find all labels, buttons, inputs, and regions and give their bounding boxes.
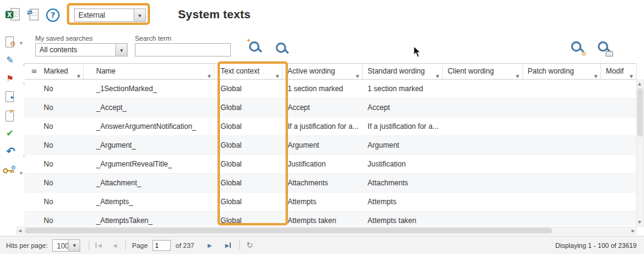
scroll-up-icon[interactable]: ▲ [638, 81, 641, 86]
next-page-button[interactable]: ▶ [208, 242, 212, 249]
first-page-button[interactable]: ◀ [95, 242, 101, 249]
hits-per-page-dropdown[interactable]: 100 ▼ [52, 239, 80, 252]
table-body: No_1SectionMarked_Global1 section marked… [24, 80, 637, 225]
cell-name: _Accept_ [84, 98, 214, 117]
flag-button[interactable]: ⚑ ▼ [2, 72, 27, 86]
view-selector-dropdown[interactable]: External ▼ [74, 9, 146, 22]
cell-name: _ArgumentRevealTitle_ [84, 155, 214, 173]
saved-searches-dropdown[interactable]: All contents ▼ [35, 43, 128, 57]
previous-page-icon: ◀ [112, 242, 117, 249]
cell-active: Accept [283, 98, 363, 117]
column-filter-arrow-icon[interactable]: ▼ [276, 69, 279, 79]
copy-document-button[interactable]: ▸ [2, 90, 23, 105]
scroll-down-icon[interactable]: ▼ [638, 220, 641, 225]
horizontal-scrollbar[interactable]: ◀ ▶ [16, 227, 637, 235]
table-row[interactable]: No_1SectionMarked_Global1 section marked… [24, 80, 637, 98]
transfer-button[interactable]: ⇄ [26, 7, 40, 24]
column-header-patch[interactable]: Patch wording▼ [523, 64, 601, 79]
first-page-icon: ◀ [97, 242, 101, 249]
column-label: Modif [606, 67, 623, 75]
page-number-input[interactable] [152, 240, 171, 251]
cell-standard: Argument [363, 136, 443, 154]
search-print-button[interactable] [597, 40, 612, 56]
vertical-scrollbar[interactable]: ▲ ▼ [636, 80, 644, 227]
view-selector-value: External [75, 9, 134, 21]
table-row[interactable]: No_Attempts_GlobalAttemptsAttempts [24, 193, 637, 211]
cell-modif [601, 193, 637, 211]
column-filter-arrow-icon[interactable]: ▼ [630, 69, 633, 79]
cell-marked: No [24, 155, 84, 173]
scroll-right-icon[interactable]: ▶ [632, 228, 635, 233]
column-label: Text context [221, 67, 259, 75]
new-document-button[interactable] [2, 109, 23, 124]
chevron-down-icon[interactable]: ▼ [68, 240, 80, 251]
cell-standard: Attempts [363, 193, 443, 211]
column-filter-arrow-icon[interactable]: ▼ [594, 69, 597, 79]
cell-active: Attempts taken [283, 211, 363, 225]
cell-context: Global [214, 174, 283, 192]
column-header-active[interactable]: Active wording▼ [283, 64, 363, 79]
cell-context: Global [214, 155, 283, 173]
settings-document-button[interactable]: ⚙ ▼ [2, 35, 23, 50]
search-settings-button[interactable]: ⚙ [570, 40, 586, 56]
scroll-left-icon[interactable]: ◀ [18, 228, 21, 233]
search-term-input[interactable] [135, 43, 231, 57]
column-filter-arrow-icon[interactable]: ▼ [77, 69, 80, 79]
permissions-button[interactable]: ⚙ ▼ [2, 165, 23, 180]
fold-corner-icon [10, 110, 14, 114]
edit-button[interactable]: ✎ ▼ [2, 53, 27, 68]
cell-client [443, 193, 523, 211]
last-page-button[interactable]: ▶ [225, 242, 231, 249]
cell-patch [523, 80, 601, 98]
arrow-right-icon: ▸ [11, 94, 14, 100]
chevron-down-icon[interactable]: ▼ [134, 9, 145, 21]
column-label: Client wording [448, 67, 494, 75]
app-window: X ⇄ ? External ▼ System texts My saved s… [0, 0, 644, 254]
quick-search-button[interactable] [275, 41, 290, 57]
previous-page-button[interactable]: ◀ [112, 242, 117, 249]
undo-button[interactable]: ↶ ▼ [2, 145, 27, 159]
column-header-marked[interactable]: ≡Marked▼ [24, 64, 84, 79]
column-header-name[interactable]: Name▼ [84, 64, 214, 79]
column-header-client[interactable]: Client wording▼ [443, 64, 523, 79]
chevron-down-icon[interactable]: ▼ [115, 44, 127, 56]
column-header-context[interactable]: Text context▼ [214, 64, 283, 79]
refresh-button[interactable]: ↻ [246, 241, 253, 250]
cell-patch [523, 193, 601, 211]
table-row[interactable]: No_Attachment_GlobalAttachmentsAttachmen… [24, 174, 637, 193]
cell-modif [601, 80, 637, 98]
table-header: ≡Marked▼Name▼Text context▼Active wording… [24, 63, 637, 80]
table-row[interactable]: No_AnswerArgumentNotification_GlobalIf a… [24, 117, 637, 136]
table-row[interactable]: No_AttemptsTaken_GlobalAttempts takenAtt… [24, 211, 637, 225]
column-header-standard[interactable]: Standard wording▼ [363, 64, 443, 79]
cell-client [443, 80, 523, 98]
excel-export-button[interactable]: X [5, 7, 21, 24]
table-row[interactable]: No_Accept_GlobalAcceptAccept [24, 98, 637, 117]
vertical-scroll-thumb[interactable] [637, 88, 643, 137]
column-filter-arrow-icon[interactable]: ▼ [436, 69, 439, 79]
help-button[interactable]: ? [46, 9, 60, 22]
run-search-button[interactable]: ✦ [248, 40, 264, 56]
cell-name: _Argument_ [84, 136, 214, 154]
cell-modif [601, 174, 637, 192]
cell-client [443, 117, 523, 136]
cell-context: Global [214, 98, 283, 117]
column-filter-arrow-icon[interactable]: ▼ [208, 69, 211, 79]
column-header-modif[interactable]: Modif▼ [601, 64, 637, 79]
confirm-button[interactable]: ✔ [2, 126, 27, 141]
last-page-icon: ▶ [225, 242, 230, 249]
horizontal-scroll-thumb[interactable] [25, 228, 552, 233]
cell-modif [601, 211, 637, 225]
cell-marked: No [24, 136, 84, 154]
table-row[interactable]: No_Argument_GlobalArgumentArgument [24, 136, 637, 155]
column-filter-arrow-icon[interactable]: ▼ [516, 69, 519, 79]
chevron-down-icon: ▼ [19, 41, 22, 45]
printer-icon [606, 51, 613, 57]
gear-icon: ⚙ [10, 41, 16, 47]
column-filter-arrow-icon[interactable]: ▼ [356, 69, 359, 79]
table-row[interactable]: No_ArgumentRevealTitle_GlobalJustificati… [24, 155, 637, 174]
cell-marked: No [24, 193, 84, 211]
page-label: Page [132, 242, 148, 249]
cell-standard: Justification [363, 155, 443, 173]
cell-active: Attachments [283, 174, 363, 192]
